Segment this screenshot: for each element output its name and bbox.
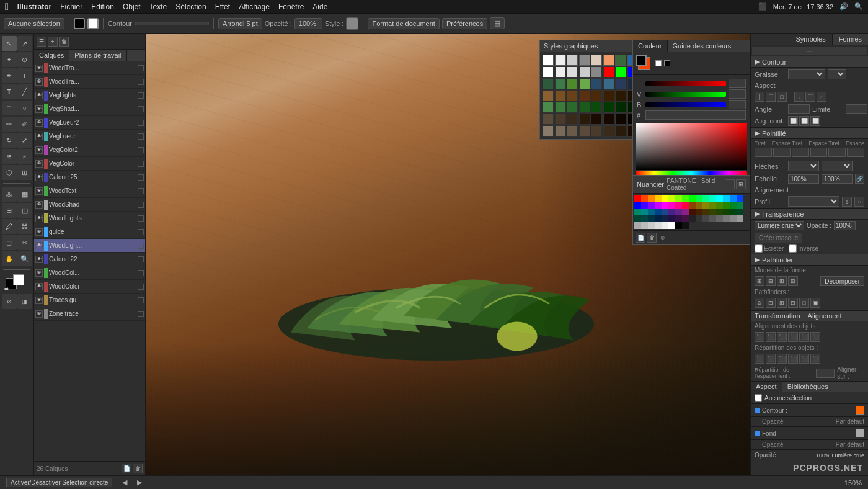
layer-eye-10[interactable]: 👁	[35, 201, 43, 209]
nuancier-swatch-37[interactable]	[668, 209, 675, 215]
style-swatch-r4-c0[interactable]	[542, 114, 554, 125]
graisse-unit[interactable]	[828, 69, 846, 79]
crop-btn[interactable]: ⊟	[788, 298, 798, 308]
volume-icon[interactable]: 🔊	[839, 2, 848, 11]
layers-delete-btn[interactable]: 🗑	[59, 37, 69, 47]
nuancier-swatch-9[interactable]	[696, 195, 702, 202]
cap-butt[interactable]: |	[755, 92, 764, 102]
nuancier-swatch-18[interactable]	[648, 202, 655, 209]
style-swatch-r4-c6[interactable]	[615, 114, 626, 125]
layer-item[interactable]: 👁 WoodLights	[34, 212, 145, 225]
style-swatch-r0-c1[interactable]	[555, 66, 566, 78]
nuancier-swatch-2[interactable]	[648, 195, 655, 202]
brush-tool[interactable]: ✏	[2, 117, 17, 132]
add-anchor-tool[interactable]: +	[17, 68, 32, 83]
ecreter-checkbox[interactable]	[755, 244, 763, 253]
nuancier-swatch-13[interactable]	[723, 195, 730, 202]
alig-outside[interactable]: ⬜	[810, 116, 820, 126]
layer-eye-14[interactable]: 👁	[35, 256, 43, 263]
layer-item[interactable]: 👁 VegLueur2	[34, 116, 145, 130]
fleches-end[interactable]	[822, 161, 852, 171]
transparence-header[interactable]: ▶ Transparence	[751, 209, 868, 220]
background-color[interactable]	[13, 274, 24, 285]
nuancier-swatch-31[interactable]	[737, 202, 743, 209]
creer-masque-btn[interactable]: Créer masque	[755, 233, 802, 243]
nuancier-swatch-3[interactable]	[655, 195, 662, 202]
scale-tool[interactable]: ⤢	[17, 133, 32, 148]
style-swatch-r3-c0[interactable]	[542, 102, 554, 113]
ellipse-tool[interactable]: ○	[17, 101, 32, 115]
nuancier-grid-view[interactable]: ⊞	[736, 179, 746, 189]
canvas-area[interactable]: Styles graphiques ✕ Couleur Guide des co…	[146, 34, 750, 475]
style-swatch-r4-c4[interactable]	[591, 114, 602, 125]
nuancier-swatch-69[interactable]	[668, 222, 675, 229]
nuancier-swatch-38[interactable]	[675, 209, 682, 215]
color-mode[interactable]: ◨	[17, 294, 32, 309]
nuancier-swatch-64[interactable]	[634, 222, 641, 229]
pencil-tool[interactable]: ✐	[17, 117, 32, 132]
layer-lock-3[interactable]	[138, 106, 144, 112]
alig-center[interactable]: ⬜	[799, 116, 809, 126]
style-swatch-r5-c4[interactable]	[591, 125, 602, 137]
layer-eye-18[interactable]: 👁	[35, 310, 43, 318]
rect-tool[interactable]: □	[2, 101, 17, 115]
align-left-btn[interactable]: ⬛	[755, 332, 764, 342]
warp-tool[interactable]: ≋	[2, 149, 17, 164]
rep-vcenter-btn[interactable]: ⬛	[766, 354, 776, 364]
nuancier-swatch-6[interactable]	[675, 195, 682, 202]
nuancier-swatch-61[interactable]	[723, 215, 730, 222]
nuancier-swatch-51[interactable]	[655, 215, 662, 222]
layer-eye-15[interactable]: 👁	[35, 269, 43, 277]
opacite-input[interactable]: 100%	[294, 18, 322, 29]
style-swatch[interactable]	[346, 17, 358, 30]
new-layer-btn[interactable]: 📄	[122, 464, 131, 473]
style-swatch-1[interactable]	[555, 55, 566, 66]
nuancier-swatch-45[interactable]	[723, 209, 730, 215]
nuancier-swatch-28[interactable]	[716, 202, 723, 209]
layer-lock-12[interactable]	[138, 229, 144, 235]
layer-eye-3[interactable]: 👁	[35, 105, 43, 113]
profil-select[interactable]	[788, 196, 839, 207]
nuancier-swatch-66[interactable]	[648, 222, 655, 229]
nuancier-swatch-47[interactable]	[737, 209, 743, 215]
nuancier-swatch-42[interactable]	[702, 209, 709, 215]
rep-bottom-btn[interactable]: ⬛	[777, 354, 787, 364]
style-swatch-r0-c4[interactable]	[591, 66, 602, 78]
swap-colors[interactable]: ⇄	[4, 286, 9, 292]
contour-section-header[interactable]: ▶ Contour	[751, 56, 868, 68]
nuancier-swatch-14[interactable]	[730, 195, 737, 202]
minus-front-btn[interactable]: ⊟	[766, 276, 776, 286]
style-swatch-6[interactable]	[615, 55, 626, 66]
layer-eye-6[interactable]: 👁	[35, 146, 43, 154]
nuancier-swatch-24[interactable]	[689, 202, 696, 209]
opacite-trans-input[interactable]	[834, 221, 856, 230]
menu-fichier[interactable]: Fichier	[60, 2, 82, 11]
contour-expand[interactable]	[755, 408, 760, 413]
nuancier-swatch-60[interactable]	[716, 215, 723, 222]
unite-btn[interactable]: ⊞	[755, 276, 764, 286]
tiret-input-2[interactable]	[792, 148, 809, 157]
outline-btn[interactable]: □	[799, 298, 809, 308]
nuancier-swatch-40[interactable]	[689, 209, 696, 215]
layer-lock-2[interactable]	[138, 92, 144, 99]
divide-btn[interactable]: ⊘	[755, 298, 764, 308]
zoom-tool[interactable]: 🔍	[17, 251, 32, 266]
layer-item[interactable]: 👁 VegLights	[34, 89, 145, 102]
nuancier-swatch-48[interactable]	[634, 215, 641, 222]
style-swatch-r4-c1[interactable]	[555, 114, 566, 125]
merge-btn[interactable]: ⊞	[777, 298, 787, 308]
align-bottom-btn[interactable]: ⬛	[810, 332, 820, 342]
nuancier-swatch-8[interactable]	[689, 195, 696, 202]
white-swatch[interactable]	[655, 60, 662, 66]
layer-item[interactable]: 👁 WoodCol...	[34, 266, 145, 280]
trans-mode-select[interactable]: Lumière crue	[755, 221, 804, 230]
alignement-header[interactable]: Transformation Alignement	[751, 311, 868, 321]
minus-back-btn[interactable]: ▣	[810, 298, 820, 308]
layer-item[interactable]: 👁 Traces gu...	[34, 294, 145, 307]
line-tool[interactable]: ╱	[17, 84, 32, 99]
app-name-menu[interactable]: Illustrator	[17, 2, 51, 11]
nuancier-swatch-62[interactable]	[730, 215, 737, 222]
nuancier-swatch-0[interactable]	[634, 195, 641, 202]
profil-flip[interactable]: ↕	[842, 197, 852, 207]
nuancier-swatch-20[interactable]	[662, 202, 668, 209]
